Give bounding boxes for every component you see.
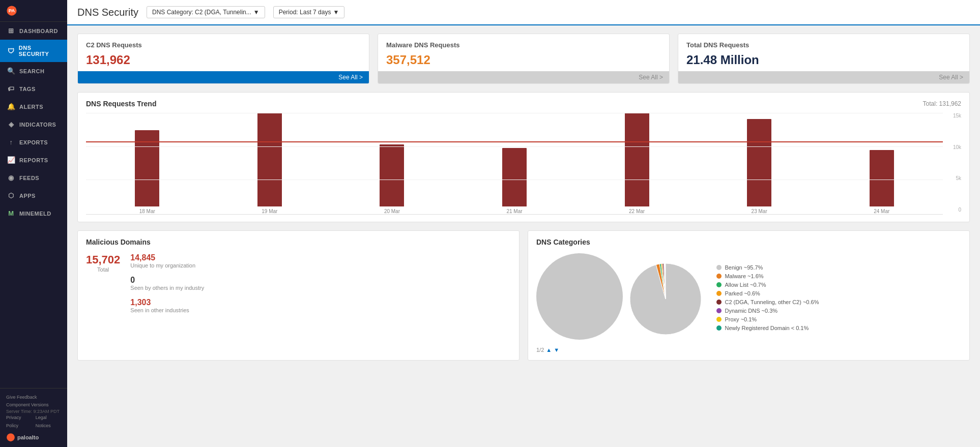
sidebar-item-reports[interactable]: 📈 REPORTS [0,151,67,169]
c2-dns-see-all-button[interactable]: See All > [78,71,369,83]
sidebar-item-label: ALERTS [19,104,43,110]
bar-chart: 18 Mar19 Mar20 Mar21 Mar22 Mar23 Mar24 M… [86,113,943,215]
dns-categories-title: DNS Categories [536,238,961,246]
legend-item-0: Benign ~95.7% [716,264,819,271]
trend-chart-area: 18 Mar19 Mar20 Mar21 Mar22 Mar23 Mar24 M… [86,113,961,215]
logo-area: PA [0,0,67,22]
paloalto-footer-logo-icon [6,433,15,442]
mal-others-value: 0 [130,276,204,285]
alerts-icon: 🔔 [7,103,15,110]
malware-dns-card-body: Malware DNS Requests 357,512 [378,34,669,71]
legend-item-6: Proxy ~0.1% [716,316,819,322]
bottom-row: Malicious Domains 15,702 Total 14,845 Un… [77,230,970,361]
c2-dns-card-body: C2 DNS Requests 131,962 [78,34,369,71]
sidebar-nav: ⊞ DASHBOARD 🛡 DNS SECURITY 🔍 SEARCH 🏷 TA… [0,22,67,388]
mal-total-label: Total [86,266,120,273]
y-label-5k: 5k [946,175,961,181]
bar-date-label: 23 Mar [752,208,767,214]
trend-chart-total: Total: 131,962 [923,100,961,107]
indicators-icon: ◈ [7,121,15,128]
paloalto-logo-icon: PA [6,5,17,16]
sidebar-item-label: REPORTS [19,157,48,163]
bar [747,119,771,206]
sidebar-item-minemeld[interactable]: M MINEMELD [0,204,67,222]
legend-dot-2 [716,282,722,287]
bar-date-label: 22 Mar [629,208,645,214]
give-feedback-link[interactable]: Give Feedback [6,394,61,401]
malicious-domains-card: Malicious Domains 15,702 Total 14,845 Un… [77,230,520,361]
minemeld-icon: M [7,210,15,217]
category-dropdown[interactable]: DNS Category: C2 (DGA, Tunnelin... ▼ [147,6,265,18]
tags-icon: 🏷 [7,85,15,93]
svg-point-2 [7,433,15,441]
server-time: Server Time: 9:23AM PDT [6,409,61,414]
mal-unique-value: 14,845 [130,253,204,262]
sidebar-item-exports[interactable]: ↑ EXPORTS [0,133,67,151]
mal-others-block: 0 Seen by others in my industry [130,276,204,291]
sidebar-item-alerts[interactable]: 🔔 ALERTS [0,98,67,115]
pagination: 1/2 ▲ ▼ [536,347,961,353]
y-label-0: 0 [946,207,961,213]
privacy-policy-link[interactable]: Privacy Policy [6,414,33,430]
legend-label-2: Allow List ~0.7% [725,282,766,288]
sidebar-item-dns-security[interactable]: 🛡 DNS SECURITY [0,40,67,62]
bar [380,144,404,206]
y-label-10k: 10k [946,144,961,150]
sidebar-item-label: EXPORTS [19,139,48,145]
c2-dns-card: C2 DNS Requests 131,962 See All > [77,34,369,84]
pie-chart-container [536,253,706,342]
svg-text:PA: PA [9,8,15,13]
legend-label-3: Parked ~0.6% [725,290,760,296]
dns-security-icon: 🛡 [7,47,15,55]
sidebar-item-label: TAGS [19,86,36,92]
legend-label-0: Benign ~95.7% [725,264,763,271]
legend-dot-5 [716,308,722,313]
legend-dot-4 [716,300,722,305]
total-dns-see-all-button[interactable]: See All > [678,71,969,83]
exports-icon: ↑ [7,138,15,146]
pagination-down-button[interactable]: ▼ [554,347,559,353]
stat-cards-row: C2 DNS Requests 131,962 See All > Malwar… [77,34,970,84]
malware-dns-value: 357,512 [386,53,661,67]
pagination-up-button[interactable]: ▲ [546,347,552,353]
bar-group: 22 Mar [575,113,698,214]
malware-dns-title: Malware DNS Requests [386,41,661,49]
malware-dns-see-all-button[interactable]: See All > [378,71,669,83]
trend-chart-card: DNS Requests Trend Total: 131,962 18 Mar… [77,92,970,222]
sidebar-footer: Give Feedback Component Versions Server … [0,388,67,447]
legal-notices-link[interactable]: Legal Notices [36,414,61,430]
brand-name: paloalto [17,434,39,440]
legend-dot-1 [716,274,722,279]
sidebar-item-dashboard[interactable]: ⊞ DASHBOARD [0,22,67,40]
sidebar-item-tags[interactable]: 🏷 TAGS [0,80,67,98]
bar [257,113,282,206]
period-label: Period: Last 7 days [279,9,331,16]
sidebar-item-search[interactable]: 🔍 SEARCH [0,62,67,80]
malicious-domains-title: Malicious Domains [86,238,511,246]
total-dns-title: Total DNS Requests [686,41,961,49]
pagination-value: 1/2 [536,347,544,353]
category-label: DNS Category: C2 (DGA, Tunnelin... [152,9,251,16]
dns-cat-content: Benign ~95.7%Malware ~1.6%Allow List ~0.… [536,253,961,342]
period-dropdown[interactable]: Period: Last 7 days ▼ [273,6,345,18]
sidebar-item-label: MINEMELD [19,211,51,217]
sidebar-item-indicators[interactable]: ◈ INDICATORS [0,115,67,133]
c2-dns-value: 131,962 [86,53,361,67]
mal-total-value: 15,702 [86,253,120,266]
component-versions-link[interactable]: Component Versions [6,401,61,409]
period-dropdown-arrow-icon: ▼ [333,9,339,16]
topbar: DNS Security DNS Category: C2 (DGA, Tunn… [67,0,980,25]
total-dns-card: Total DNS Requests 21.48 Million See All… [678,34,970,84]
legend-item-4: C2 (DGA, Tunneling, other C2) ~0.6% [716,299,819,305]
search-icon: 🔍 [7,67,15,75]
sidebar: PA ⊞ DASHBOARD 🛡 DNS SECURITY 🔍 SEARCH 🏷… [0,0,67,447]
sidebar-item-label: DNS SECURITY [19,45,60,57]
bar-date-label: 24 Mar [874,208,889,214]
bar-date-label: 18 Mar [139,208,155,214]
sidebar-item-apps[interactable]: ⬡ APPS [0,187,67,204]
sidebar-item-feeds[interactable]: ◉ FEEDS [0,169,67,187]
bar-group: 20 Mar [331,113,453,214]
legend-item-7: Newly Registered Domain < 0.1% [716,325,819,331]
dns-categories-legend: Benign ~95.7%Malware ~1.6%Allow List ~0.… [716,264,819,331]
legend-item-3: Parked ~0.6% [716,290,819,296]
